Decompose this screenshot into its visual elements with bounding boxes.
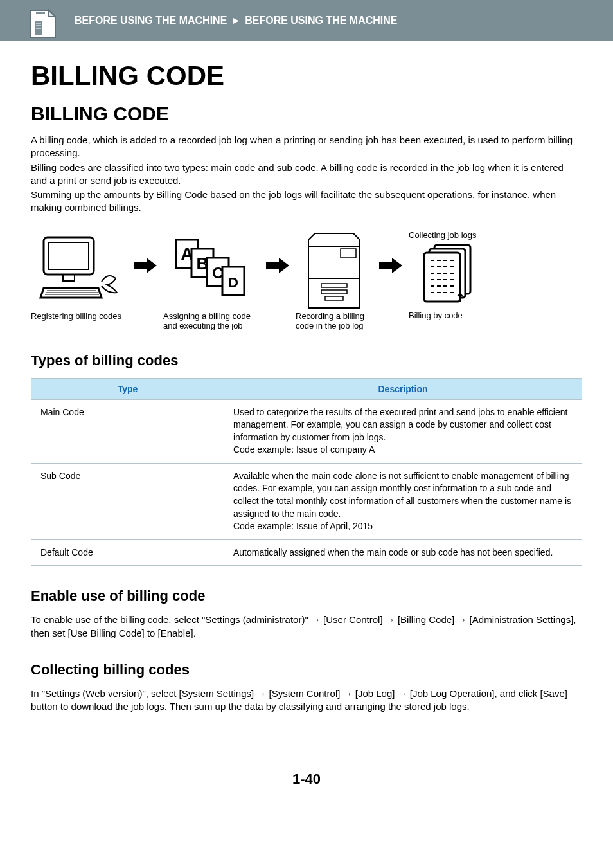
svg-rect-22 [321,284,347,287]
collect-heading: Collecting billing codes [31,662,582,678]
table-row: Main Code Used to categorize the results… [31,399,582,463]
cell-type: Sub Code [31,463,224,539]
cell-desc: Used to categorize the results of the ex… [224,399,582,463]
computer-icon [37,230,121,307]
header-chapter-icon [30,6,57,41]
svg-marker-25 [379,258,402,273]
section-title: BILLING CODE [31,103,582,125]
code-letter-d: D [228,275,238,291]
breadcrumb-right: BEFORE USING THE MACHINE [245,15,397,26]
svg-rect-28 [424,253,460,302]
intro-p2: Billing codes are classified into two ty… [31,161,582,188]
breadcrumb-left: BEFORE USING THE MACHINE [75,15,227,26]
cell-type: Main Code [31,399,224,463]
breadcrumb: BEFORE USING THE MACHINE►BEFORE USING TH… [75,15,398,26]
cell-desc: Automatically assigned when the main cod… [224,539,582,566]
svg-marker-13 [134,258,157,273]
workflow-diagram: Registering billing codes A B C D [31,230,582,330]
job-logs-icon [415,242,486,307]
svg-rect-20 [341,249,356,258]
svg-rect-24 [325,296,343,300]
cell-desc: Available when the main code alone is no… [224,463,582,539]
page-number: 1-40 [31,771,582,788]
arrow-icon [378,230,404,301]
diagram-caption-2: Assigning a billing code and executing t… [163,311,260,330]
billing-codes-table: Type Description Main Code Used to categ… [31,378,582,566]
svg-marker-1 [49,10,55,17]
arrow-icon [265,230,290,301]
svg-rect-23 [321,290,347,294]
collect-body: In "Settings (Web version)", select [Sys… [31,687,582,714]
enable-body: To enable use of the billing code, selec… [31,613,582,640]
collecting-label: Collecting job logs [409,230,492,240]
table-row: Default Code Automatically assigned when… [31,539,582,566]
svg-marker-18 [266,258,289,273]
enable-heading: Enable use of billing code [31,588,582,604]
table-header-desc: Description [224,378,582,399]
svg-rect-8 [49,242,89,269]
mfp-printer-icon [302,230,366,307]
header-bar: BEFORE USING THE MACHINE►BEFORE USING TH… [0,0,613,41]
billing-codes-docs-icon: A B C D [170,230,253,307]
svg-rect-19 [308,246,360,278]
diagram-caption-4: Billing by code [409,311,492,320]
diagram-caption-3: Recording a billing code in the job log [296,311,373,330]
table-header-type: Type [31,378,224,399]
arrow-icon [132,230,158,301]
table-row: Sub Code Available when the main code al… [31,463,582,539]
intro-p3: Summing up the amounts by Billing Code b… [31,188,582,215]
page-title: BILLING CODE [31,60,582,91]
svg-rect-21 [308,278,360,308]
breadcrumb-sep: ► [231,15,241,26]
types-heading: Types of billing codes [31,352,582,369]
diagram-caption-1: Registering billing codes [31,311,127,321]
svg-rect-6 [36,12,45,14]
svg-rect-2 [35,21,42,35]
cell-type: Default Code [31,539,224,566]
intro-p1: A billing code, which is added to a reco… [31,134,582,160]
